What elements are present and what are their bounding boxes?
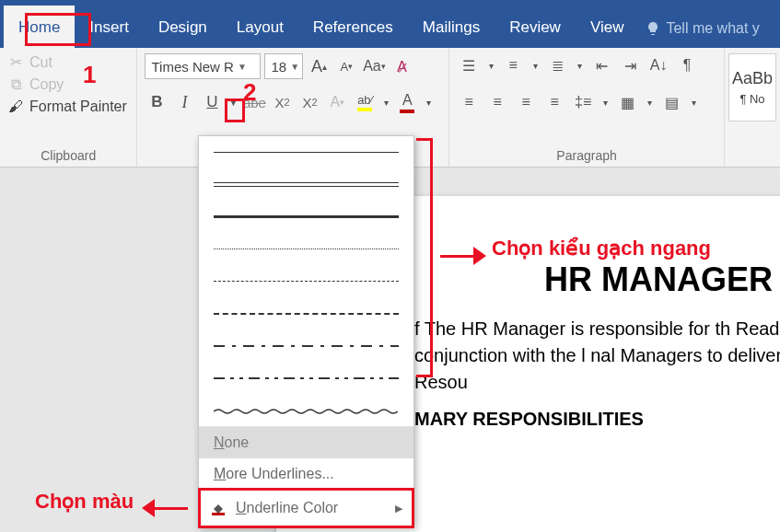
chevron-right-icon: ▶	[395, 503, 402, 515]
paragraph-group-label: Paragraph	[457, 146, 716, 167]
superscript-button[interactable]: X2	[297, 90, 321, 114]
underline-none[interactable]: None	[199, 427, 413, 458]
borders-dropdown[interactable]: ▾	[688, 90, 699, 114]
tab-review[interactable]: Review	[495, 6, 576, 48]
font-color-dropdown[interactable]: ▾	[423, 90, 434, 114]
multilevel-dropdown[interactable]: ▾	[574, 53, 585, 77]
highlight-icon: ab⁄	[357, 93, 373, 107]
increase-indent-button[interactable]: ⇥	[618, 53, 642, 77]
tab-insert[interactable]: Insert	[75, 6, 144, 48]
clipboard-group-label: Clipboard	[7, 146, 129, 167]
grow-font-button[interactable]: A▴	[307, 54, 331, 78]
underline-style-dashed[interactable]	[199, 265, 413, 297]
numbering-button[interactable]: ≡	[501, 53, 525, 77]
underline-style-menu: None More Underlines... Underline Color …	[198, 135, 414, 526]
scissors-icon: ✂	[7, 53, 24, 71]
font-name-combo[interactable]: Times New R ▼	[145, 53, 261, 79]
bullets-dropdown[interactable]: ▾	[485, 53, 496, 77]
change-case-button[interactable]: Aa▾	[362, 54, 386, 78]
document-body: f The HR Manager is responsible for th R…	[414, 316, 780, 396]
font-size-value: 18	[271, 59, 286, 75]
clear-formatting-button[interactable]: A̷	[390, 54, 413, 78]
underline-style-thick[interactable]	[199, 201, 413, 233]
bullets-button[interactable]: ☰	[457, 53, 481, 77]
document-section-heading: MARY RESPONSIBILITIES	[414, 409, 780, 430]
underline-style-wavy[interactable]	[199, 394, 413, 426]
numbering-dropdown[interactable]: ▾	[530, 53, 541, 77]
style-normal[interactable]: AaBb ¶ No	[728, 53, 776, 121]
underline-style-dashed-wide[interactable]	[199, 297, 413, 330]
chevron-down-icon: ▼	[290, 62, 299, 72]
annotation-arrow-style	[440, 247, 486, 265]
copy-label: Copy	[29, 76, 64, 93]
shading-button[interactable]: ▦	[615, 90, 639, 114]
font-color-button[interactable]: A	[395, 90, 419, 114]
font-color-icon: A	[402, 92, 413, 109]
underline-style-dotted[interactable]	[199, 233, 413, 265]
sort-button[interactable]: A↓	[646, 53, 670, 77]
underline-style-single[interactable]	[199, 136, 413, 168]
annotation-label-style: Chọn kiểu gạch ngang	[492, 237, 711, 260]
font-name-value: Times New R	[151, 59, 233, 75]
show-marks-button[interactable]: ¶	[675, 53, 699, 77]
annotation-bracket	[416, 138, 433, 377]
highlight-button[interactable]: ab⁄	[353, 90, 377, 114]
ribbon-tabs: Home Insert Design Layout References Mai…	[0, 0, 780, 48]
shading-dropdown[interactable]: ▾	[644, 90, 655, 114]
tab-design[interactable]: Design	[144, 6, 222, 48]
highlight-swatch	[357, 108, 372, 111]
multilevel-button[interactable]: ≣	[545, 53, 569, 77]
group-paragraph: ☰▾ ≡▾ ≣▾ ⇤ ⇥ A↓ ¶ ≡ ≡ ≡ ≡ ‡≡▾ ▦▾ ▤▾ Para…	[449, 48, 725, 167]
highlight-dropdown[interactable]: ▾	[380, 90, 391, 114]
shrink-font-button[interactable]: A▾	[334, 54, 358, 78]
font-size-combo[interactable]: 18 ▼	[264, 53, 303, 79]
underline-button[interactable]: U	[200, 90, 224, 114]
style-preview-text: AaBb	[732, 69, 773, 88]
annotation-arrow-color	[142, 499, 188, 517]
tab-references[interactable]: References	[298, 6, 408, 48]
lightbulb-icon	[646, 21, 660, 36]
decrease-indent-button[interactable]: ⇤	[589, 53, 613, 77]
tab-mailings[interactable]: Mailings	[408, 6, 495, 48]
style-preview-sub: ¶ No	[739, 92, 764, 106]
subscript-button[interactable]: X2	[270, 90, 294, 114]
underline-style-double[interactable]	[199, 168, 413, 201]
align-right-button[interactable]: ≡	[514, 90, 538, 114]
underline-color-submenu[interactable]: Underline Color ▶	[199, 491, 413, 526]
tell-me-search[interactable]: Tell me what y	[638, 9, 766, 48]
more-underlines[interactable]: More Underlines...	[199, 458, 413, 490]
font-color-swatch	[400, 110, 414, 113]
tab-home[interactable]: Home	[4, 6, 75, 48]
tab-view[interactable]: View	[576, 6, 639, 48]
paint-bucket-icon	[210, 500, 227, 516]
chevron-down-icon: ▼	[238, 62, 247, 72]
align-center-button[interactable]: ≡	[485, 90, 509, 114]
justify-button[interactable]: ≡	[542, 90, 566, 114]
underline-style-dash-dot[interactable]	[199, 330, 413, 362]
cut-button[interactable]: ✂ Cut	[7, 53, 129, 71]
tell-me-label: Tell me what y	[666, 20, 759, 37]
brush-icon: 🖌	[7, 98, 24, 115]
underline-dropdown-button[interactable]: ▼	[227, 90, 239, 114]
document-title: HR MANAGER	[414, 260, 780, 299]
borders-button[interactable]: ▤	[659, 90, 683, 114]
align-left-button[interactable]: ≡	[457, 90, 481, 114]
annotation-number-2: 2	[243, 78, 256, 107]
format-painter-button[interactable]: 🖌 Format Painter	[7, 98, 129, 115]
annotation-number-1: 1	[83, 61, 96, 89]
cut-label: Cut	[29, 54, 52, 71]
bold-button[interactable]: B	[145, 90, 169, 114]
text-effects-button[interactable]: A▾	[325, 90, 349, 114]
italic-button[interactable]: I	[172, 90, 196, 114]
annotation-label-color: Chọn màu	[35, 490, 134, 514]
format-painter-label: Format Painter	[29, 98, 127, 115]
group-styles: AaBb ¶ No	[725, 48, 780, 167]
copy-icon: ⧉	[7, 76, 24, 93]
underline-style-dash-dot-dot[interactable]	[199, 362, 413, 394]
line-spacing-dropdown[interactable]: ▾	[600, 90, 611, 114]
svg-rect-0	[212, 513, 225, 515]
tab-layout[interactable]: Layout	[222, 6, 298, 48]
copy-button[interactable]: ⧉ Copy	[7, 76, 129, 93]
group-clipboard: ✂ Cut ⧉ Copy 🖌 Format Painter Clipboard	[0, 48, 137, 167]
line-spacing-button[interactable]: ‡≡	[571, 90, 595, 114]
